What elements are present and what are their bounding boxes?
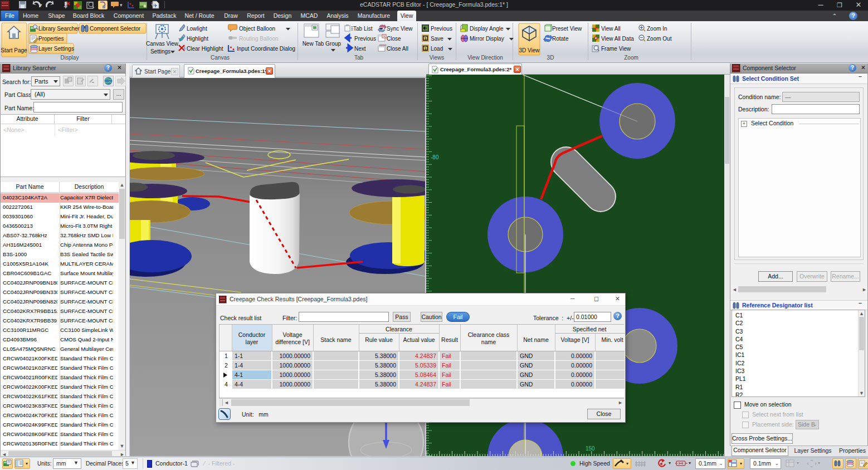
svg-text:Previous: Previous — [354, 36, 376, 42]
svg-text:150: 150 — [586, 445, 595, 452]
svg-text:Tab: Tab — [354, 55, 364, 61]
svg-text:GND: GND — [520, 381, 533, 388]
svg-text:Views: Views — [430, 55, 445, 61]
svg-text:Previous: Previous — [431, 26, 452, 32]
svg-text:3D: 3D — [547, 55, 554, 61]
svg-text:0.00000: 0.00000 — [571, 362, 592, 369]
svg-text:Zoom In: Zoom In — [647, 26, 667, 32]
svg-text:Fail: Fail — [442, 362, 451, 369]
svg-text:Zoom Out: Zoom Out — [647, 36, 672, 42]
svg-text:Object Balloon: Object Balloon — [239, 26, 275, 32]
svg-text:1000.00000: 1000.00000 — [280, 371, 311, 378]
svg-text:-80: -80 — [431, 154, 439, 160]
svg-text:Input Coordinate Dialog: Input Coordinate Dialog — [237, 46, 295, 52]
svg-text:Fail: Fail — [442, 371, 451, 378]
svg-text:Rule value: Rule value — [365, 336, 393, 343]
svg-text:0.00000: 0.00000 — [571, 352, 592, 359]
svg-text:1: 1 — [425, 47, 427, 51]
svg-text:3D View: 3D View — [519, 47, 540, 53]
svg-text:4: 4 — [225, 381, 228, 388]
svg-text:0.00000: 0.00000 — [571, 381, 592, 388]
svg-text:name: name — [481, 339, 496, 345]
svg-text:1: 1 — [225, 352, 228, 359]
svg-text:Actual value: Actual value — [403, 336, 435, 343]
svg-text:Load: Load — [431, 46, 443, 52]
svg-text:Clearance class: Clearance class — [468, 331, 510, 338]
svg-text:Highlight: Highlight — [187, 36, 208, 42]
svg-text:Routing Balloon: Routing Balloon — [239, 36, 279, 42]
svg-text:1000.00000: 1000.00000 — [280, 362, 311, 369]
svg-text:1000.00000: 1000.00000 — [280, 352, 311, 359]
svg-text:Fail: Fail — [442, 352, 451, 359]
svg-text:Settings: Settings — [150, 48, 170, 55]
svg-text:4.24837: 4.24837 — [415, 381, 436, 388]
svg-text:4.24837: 4.24837 — [415, 352, 436, 359]
svg-text:1000.00000: 1000.00000 — [280, 381, 311, 388]
svg-text:GND: GND — [520, 371, 533, 378]
svg-text:Display Angle: Display Angle — [470, 26, 504, 32]
svg-text:New Tab: New Tab — [303, 41, 324, 47]
svg-text:Sync View: Sync View — [387, 26, 413, 32]
svg-text:Net name: Net name — [523, 336, 549, 343]
svg-text:Display: Display — [61, 55, 79, 61]
svg-text:Tab List: Tab List — [353, 26, 373, 32]
svg-text:1: 1 — [425, 37, 427, 41]
svg-text:5.38000: 5.38000 — [375, 362, 396, 369]
svg-text:Close: Close — [387, 36, 401, 42]
svg-text:Preset View: Preset View — [552, 26, 582, 32]
svg-text:Rotate: Rotate — [552, 36, 569, 42]
svg-text:1-4: 1-4 — [235, 362, 243, 369]
svg-text:4-1: 4-1 — [235, 371, 243, 378]
svg-text:Voltage [V]: Voltage [V] — [561, 336, 589, 343]
svg-text:Start Page: Start Page — [1, 47, 27, 53]
svg-text:View All Data: View All Data — [601, 36, 634, 42]
svg-text:Result: Result — [441, 336, 458, 343]
svg-text:Mirror Display: Mirror Display — [470, 36, 504, 42]
svg-text:5.38000: 5.38000 — [375, 371, 396, 378]
svg-text:View Direction: View Direction — [467, 55, 503, 61]
svg-text:Close All: Close All — [387, 46, 408, 52]
svg-text:5.38000: 5.38000 — [375, 381, 396, 388]
svg-text:Conductor: Conductor — [238, 331, 266, 338]
svg-text:4-4: 4-4 — [235, 381, 243, 388]
svg-text:Canvas: Canvas — [211, 55, 230, 61]
svg-text:Min. volt: Min. volt — [601, 336, 623, 343]
svg-text:5.05339: 5.05339 — [415, 362, 436, 369]
svg-text:View All: View All — [601, 26, 621, 32]
svg-text:5.38000: 5.38000 — [375, 352, 396, 359]
svg-text:layer: layer — [246, 339, 259, 345]
svg-text:Component Selector: Component Selector — [90, 26, 141, 32]
svg-text:Clear Highlight: Clear Highlight — [187, 46, 223, 52]
svg-text:Canvas View: Canvas View — [146, 41, 179, 47]
svg-text:Layer Settings: Layer Settings — [38, 46, 74, 52]
svg-text:Lowlight: Lowlight — [187, 26, 207, 32]
svg-text:Next: Next — [354, 46, 366, 52]
svg-text:Voltage: Voltage — [282, 331, 302, 338]
svg-text:Stack name: Stack name — [320, 336, 352, 343]
svg-text:GND: GND — [520, 352, 533, 359]
svg-text:1-1: 1-1 — [235, 352, 243, 359]
svg-text:Clearance: Clearance — [386, 326, 412, 332]
svg-text:Frame View: Frame View — [601, 46, 631, 52]
svg-text:Fail: Fail — [442, 381, 451, 388]
svg-text:difference [V]: difference [V] — [275, 339, 310, 345]
svg-text:Library Searcher: Library Searcher — [38, 26, 80, 32]
svg-text:Properties: Properties — [38, 36, 64, 42]
svg-text:0.00000: 0.00000 — [571, 371, 592, 378]
svg-text:GND: GND — [520, 362, 533, 369]
svg-text:Specified net: Specified net — [573, 326, 607, 332]
svg-text:Save: Save — [431, 36, 443, 42]
svg-text:Zoom: Zoom — [624, 55, 638, 61]
svg-text:5.08464: 5.08464 — [415, 371, 436, 378]
svg-text:2: 2 — [225, 362, 228, 369]
svg-text:Group: Group — [325, 41, 341, 47]
